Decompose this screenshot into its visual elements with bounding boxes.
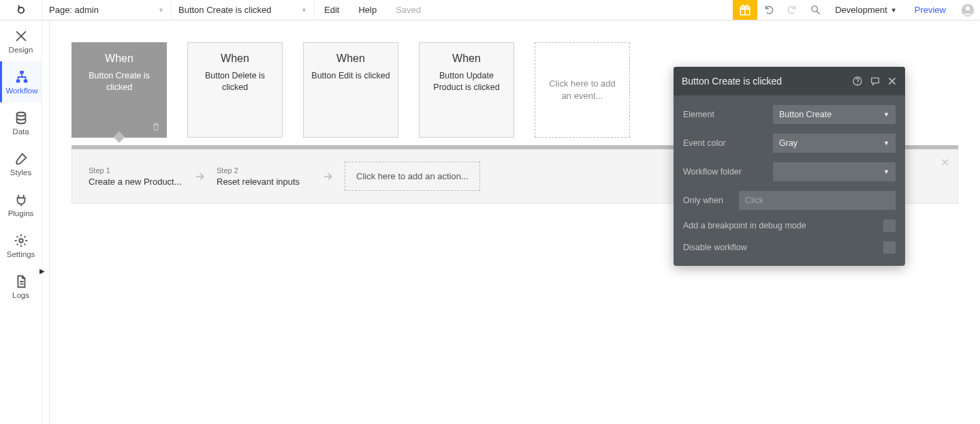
tab-workflow[interactable]: Workflow	[0, 61, 42, 102]
workflow-selector[interactable]: Button Create is clicked ▼	[172, 0, 315, 20]
plug-icon	[14, 192, 29, 207]
gear-icon	[14, 233, 29, 248]
event-card-create[interactable]: When Button Create is clicked	[72, 42, 167, 138]
folder-dropdown[interactable]: ▼	[773, 162, 896, 181]
only-when-input[interactable]	[739, 191, 896, 210]
gift-icon	[739, 4, 751, 16]
caret-down-icon: ▼	[883, 140, 889, 147]
tab-logs-label: Logs	[12, 291, 29, 299]
caret-down-icon: ▼	[301, 7, 307, 14]
disable-checkbox[interactable]	[883, 241, 896, 254]
redo-icon	[786, 4, 798, 16]
svg-point-10	[19, 239, 23, 243]
account-button[interactable]	[955, 0, 980, 20]
page-selector[interactable]: Page: admin ▼	[42, 0, 172, 20]
row-disable: Disable workflow	[683, 241, 896, 254]
help-icon[interactable]	[852, 76, 863, 87]
help-menu[interactable]: Help	[349, 5, 386, 15]
step-number-label: Step 2	[217, 166, 312, 175]
expand-sidebar-icon[interactable]: ▶	[39, 267, 45, 275]
color-label: Event color	[683, 138, 765, 148]
event-description: Button Delete is clicked	[193, 70, 276, 93]
row-folder: Workflow folder ▼	[683, 162, 896, 181]
version-label: Development	[835, 5, 887, 15]
row-breakpoint: Add a breakpoint in debug mode	[683, 219, 896, 232]
event-when-label: When	[78, 52, 161, 65]
event-when-label: When	[309, 52, 392, 65]
tab-design[interactable]: Design	[0, 20, 42, 61]
svg-point-9	[16, 112, 25, 116]
panel-body: Element Button Create ▼ Event color Gray…	[674, 95, 905, 266]
spacer	[430, 0, 733, 20]
breakpoint-label: Add a breakpoint in debug mode	[683, 221, 875, 230]
tab-styles[interactable]: Styles	[0, 143, 42, 184]
close-icon[interactable]	[887, 76, 897, 86]
redo-button[interactable]	[780, 0, 804, 20]
gift-button[interactable]	[733, 0, 757, 20]
breakpoint-checkbox[interactable]	[883, 219, 896, 232]
color-dropdown[interactable]: Gray ▼	[773, 134, 896, 153]
help-label: Help	[358, 5, 377, 15]
color-value: Gray	[779, 138, 797, 148]
event-when-label: When	[193, 52, 276, 65]
database-icon	[14, 110, 29, 125]
event-description: Button Edit is clicked	[309, 70, 392, 82]
event-when-label: When	[425, 52, 508, 65]
trash-icon[interactable]	[151, 122, 161, 132]
version-selector[interactable]: Development ▼	[827, 0, 905, 20]
saved-label: Saved	[396, 5, 421, 15]
element-dropdown[interactable]: Button Create ▼	[773, 105, 896, 124]
saved-status: Saved	[386, 5, 430, 15]
panel-header[interactable]: Button Create is clicked	[674, 67, 905, 95]
svg-point-5	[966, 6, 970, 10]
disable-label: Disable workflow	[683, 243, 875, 252]
caret-down-icon: ▼	[883, 168, 889, 175]
tab-data-label: Data	[12, 127, 29, 136]
page-selector-label: Page: admin	[49, 5, 99, 15]
caret-down-icon: ▼	[883, 111, 889, 118]
add-action-button[interactable]: Click here to add an action...	[345, 162, 480, 191]
workflow-selector-label: Button Create is clicked	[178, 5, 272, 15]
close-steps-button[interactable]: ✕	[941, 156, 949, 169]
workflow-icon	[14, 70, 29, 85]
tab-design-label: Design	[9, 46, 33, 54]
add-event-card[interactable]: Click here to add an event...	[535, 42, 630, 138]
edit-menu[interactable]: Edit	[315, 5, 349, 15]
event-card-delete[interactable]: When Button Delete is clicked	[187, 42, 283, 138]
step-number-label: Step 1	[89, 166, 184, 175]
svg-rect-6	[20, 70, 24, 74]
undo-button[interactable]	[757, 0, 780, 20]
element-label: Element	[683, 110, 765, 119]
design-icon	[14, 29, 29, 44]
tab-plugins[interactable]: Plugins	[0, 184, 42, 225]
bubble-logo	[0, 0, 42, 20]
tab-data[interactable]: Data	[0, 102, 42, 143]
undo-icon	[763, 4, 775, 16]
search-button[interactable]	[804, 0, 827, 20]
property-panel[interactable]: Button Create is clicked Element Button …	[674, 67, 905, 266]
event-card-update[interactable]: When Button Update Product is clicked	[419, 42, 514, 138]
brush-icon	[14, 151, 29, 166]
add-action-label: Click here to add an action...	[356, 171, 469, 181]
panel-title: Button Create is clicked	[682, 76, 845, 87]
tab-settings-label: Settings	[7, 250, 35, 258]
tab-logs[interactable]: Logs	[0, 266, 42, 307]
event-description: Button Update Product is clicked	[425, 70, 508, 93]
row-only-when: Only when	[683, 191, 896, 210]
only-when-label: Only when	[683, 196, 731, 205]
tab-workflow-label: Workflow	[5, 87, 37, 95]
top-menu: Edit Help Saved	[315, 0, 430, 20]
tab-plugins-label: Plugins	[8, 209, 34, 217]
tab-settings[interactable]: Settings	[0, 225, 42, 266]
edit-label: Edit	[324, 5, 339, 15]
event-card-edit[interactable]: When Button Edit is clicked	[303, 42, 398, 138]
step-1[interactable]: Step 1 Create a new Product...	[89, 166, 184, 187]
step-title: Create a new Product...	[89, 177, 184, 187]
preview-button[interactable]: Preview	[905, 0, 955, 20]
topbar: Page: admin ▼ Button Create is clicked ▼…	[0, 0, 980, 20]
comment-icon[interactable]	[870, 76, 881, 87]
step-2[interactable]: Step 2 Reset relevant inputs	[217, 166, 312, 187]
svg-rect-7	[16, 79, 20, 82]
folder-label: Workflow folder	[683, 167, 765, 177]
user-icon	[960, 3, 975, 18]
